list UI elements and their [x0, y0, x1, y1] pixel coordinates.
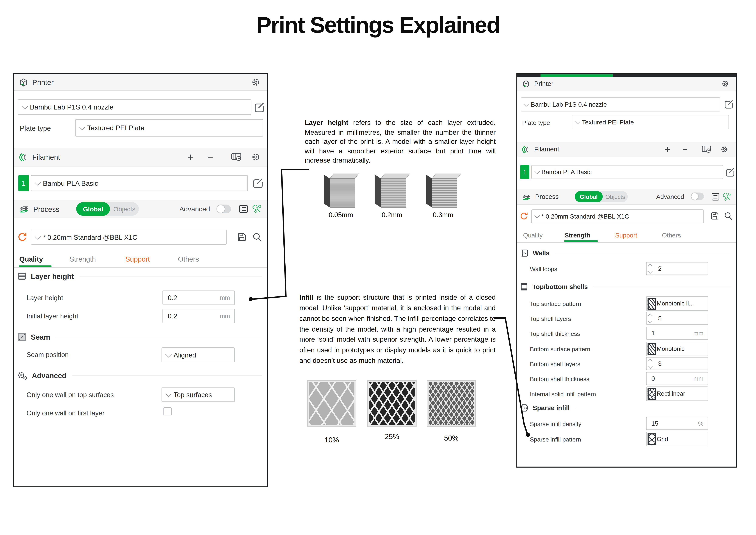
process-header-title: Process [33, 205, 59, 213]
input-value: 15 [651, 420, 658, 427]
filament-select[interactable]: Bambu PLA Basic [531, 165, 723, 179]
plate-type-select[interactable]: Textured PEI Plate [75, 119, 263, 136]
section-title: Seam [31, 333, 50, 341]
printer-icon [522, 79, 530, 88]
top-shell-layers-stepper[interactable]: 5 [646, 312, 708, 325]
process-global-option[interactable]: Global [76, 202, 110, 216]
process-tools-icon[interactable] [251, 204, 262, 214]
bottom-shell-thickness-input[interactable]: 0 mm [646, 372, 708, 385]
ams-sync-icon[interactable] [231, 153, 242, 162]
chevron-down-icon [22, 103, 28, 109]
process-layers-icon [522, 192, 531, 201]
save-preset-icon[interactable] [237, 232, 247, 242]
process-tools-icon[interactable] [722, 192, 731, 201]
only-one-wall-first-layer-checkbox[interactable] [164, 407, 172, 415]
process-global-option[interactable]: Global [575, 191, 603, 202]
parameter-list-icon[interactable] [711, 192, 720, 201]
edit-printer-icon[interactable] [254, 101, 265, 113]
filament-slot-badge[interactable]: 1 [18, 175, 29, 191]
infill-photo-25pct [368, 381, 416, 426]
tabs-divider [517, 242, 736, 243]
edit-printer-icon[interactable] [724, 99, 734, 109]
bottom-shell-layers-stepper[interactable]: 3 [646, 357, 708, 370]
search-settings-icon[interactable] [724, 211, 733, 220]
filament-select[interactable]: Bambu PLA Basic [31, 175, 248, 191]
bottom-surface-pattern-select[interactable]: Monotonic [646, 342, 708, 356]
tab-strength[interactable]: Strength [565, 232, 590, 239]
save-preset-icon[interactable] [710, 211, 719, 220]
process-scope-toggle[interactable]: Global Objects [575, 191, 628, 202]
search-settings-icon[interactable] [252, 232, 262, 242]
input-unit: % [698, 420, 703, 427]
filament-slot-badge[interactable]: 1 [520, 165, 529, 179]
toggle-knob [691, 193, 698, 200]
right-settings-panel: Printer Bambu Lab P1S 0.4 nozzle Plate t… [516, 73, 737, 467]
chevron-down-icon [524, 101, 529, 106]
plate-type-select[interactable]: Textured PEI Plate [572, 115, 729, 129]
process-preset-select[interactable]: * 0.20mm Standard @BBL X1C [531, 210, 704, 223]
parameter-list-icon[interactable] [239, 204, 248, 214]
remove-filament-button[interactable]: − [682, 145, 688, 154]
advanced-toggle[interactable] [691, 192, 704, 200]
add-filament-button[interactable]: + [665, 145, 670, 154]
process-preset-select[interactable]: * 0.20mm Standard @BBL X1C [31, 230, 227, 245]
filament-settings-gear-icon[interactable] [251, 153, 260, 162]
tab-quality[interactable]: Quality [19, 255, 43, 263]
filament-settings-gear-icon[interactable] [720, 145, 729, 154]
input-value: 0.2 [168, 312, 177, 320]
sparse-infill-density-input[interactable]: 15 % [646, 417, 708, 430]
plate-type-value: Textured PEI Plate [87, 124, 145, 132]
filament-header-bar: Filament + − [517, 142, 736, 157]
printer-icon [19, 77, 28, 87]
printer-model-select[interactable]: Bambu Lab P1S 0.4 nozzle [18, 99, 251, 115]
advanced-toggle[interactable] [217, 205, 231, 213]
edit-filament-icon[interactable] [252, 177, 264, 189]
filament-name-value: Bambu PLA Basic [43, 179, 98, 187]
wall-loops-stepper[interactable]: 2 [646, 262, 708, 275]
layer-height-icon [17, 271, 27, 281]
sparse-infill-pattern-select[interactable]: Grid [646, 432, 708, 446]
tab-quality[interactable]: Quality [523, 232, 543, 239]
initial-layer-height-input[interactable]: 0.2 mm [162, 309, 235, 323]
layer-height-input[interactable]: 0.2 mm [162, 291, 235, 305]
only-one-wall-top-select[interactable]: Top surfaces [162, 387, 235, 402]
edit-filament-icon[interactable] [725, 167, 735, 177]
seam-position-select[interactable]: Aligned [162, 348, 235, 362]
printer-settings-gear-icon[interactable] [251, 78, 260, 87]
walls-icon [520, 248, 529, 257]
process-header-title: Process [535, 193, 559, 200]
section-title: Top/bottom shells [532, 283, 588, 290]
row-label: Only one wall on top surfaces [27, 391, 114, 399]
tab-support[interactable]: Support [615, 232, 637, 239]
tab-others[interactable]: Others [662, 232, 681, 239]
process-objects-option[interactable]: Objects [110, 202, 139, 216]
stepper-arrows[interactable] [647, 263, 654, 274]
process-objects-option[interactable]: Objects [603, 191, 628, 202]
row-label: Top shell layers [530, 316, 571, 322]
section-divider [72, 375, 262, 376]
internal-solid-infill-pattern-select[interactable]: Rectilinear [646, 386, 708, 401]
tab-support[interactable]: Support [125, 255, 150, 263]
tab-strength[interactable]: Strength [69, 255, 96, 263]
printer-settings-gear-icon[interactable] [721, 80, 729, 88]
printer-model-select[interactable]: Bambu Lab P1S 0.4 nozzle [521, 98, 720, 111]
select-value: Grid [657, 436, 668, 442]
row-label: Layer height [27, 294, 63, 301]
chevron-down-icon [166, 351, 172, 357]
infill-label: 25% [368, 432, 416, 440]
add-filament-button[interactable]: + [188, 152, 194, 163]
section-seam: Seam [14, 331, 267, 343]
top-shell-thickness-input[interactable]: 1 mm [646, 327, 708, 340]
stepper-arrows[interactable] [647, 312, 654, 324]
filament-header-title: Filament [534, 146, 559, 153]
process-scope-toggle[interactable]: Global Objects [76, 202, 139, 216]
reset-preset-icon[interactable] [519, 211, 529, 221]
stepper-arrows[interactable] [647, 357, 654, 370]
ams-sync-icon[interactable] [701, 145, 712, 154]
reset-preset-icon[interactable] [17, 232, 28, 243]
select-value: Monotonic [657, 346, 685, 352]
top-surface-pattern-select[interactable]: Monotonic li... [646, 296, 708, 311]
remove-filament-button[interactable]: − [207, 152, 213, 163]
section-top-bottom-shells: Top/bottom shells [517, 281, 736, 292]
tab-others[interactable]: Others [178, 255, 199, 263]
